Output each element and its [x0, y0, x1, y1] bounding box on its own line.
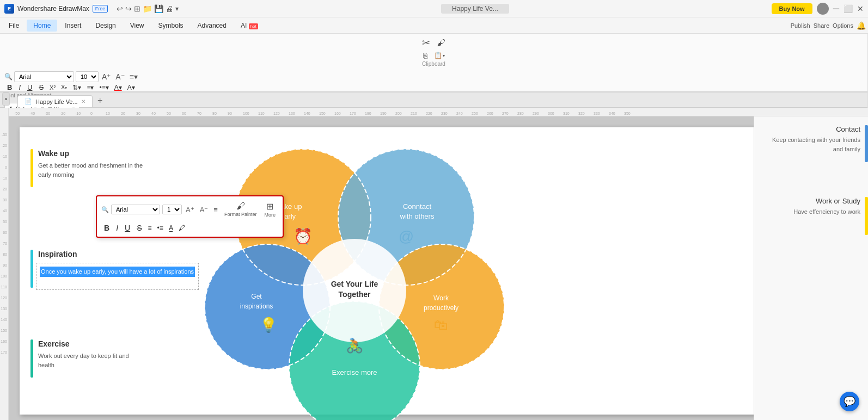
menu-view[interactable]: View	[124, 20, 151, 32]
search-icon: 🔍	[4, 73, 13, 81]
menubar: File Home Insert Design View Symbols Adv…	[0, 17, 868, 34]
svg-text:Conntact: Conntact	[403, 202, 431, 211]
floating-more-btn[interactable]: ⊞ More	[261, 200, 278, 219]
font-increase-btn[interactable]: A⁺	[100, 72, 112, 82]
svg-text:Work: Work	[433, 294, 449, 302]
floating-list-btn[interactable]: ≡	[145, 223, 154, 233]
wakeup-title: Wake up	[36, 149, 145, 158]
floating-highlight-btn[interactable]: 🖍	[176, 223, 187, 233]
exercise-section: Exercise Work out every day to keep fit …	[36, 339, 145, 369]
buy-now-button[interactable]: Buy Now	[772, 3, 812, 14]
svg-text:⏰: ⏰	[294, 227, 313, 245]
clipboard-section: ✂ 🖌 ⎘ 📋▾ Clipboard	[0, 34, 868, 69]
underline-btn[interactable]: U	[25, 82, 35, 92]
floating-search-icon: 🔍	[101, 206, 109, 213]
italic-btn[interactable]: I	[16, 82, 23, 92]
share-btn[interactable]: Share	[814, 22, 829, 29]
horizontal-ruler: -50-40-30-20-100102030405060708090100110…	[9, 108, 868, 116]
menu-design[interactable]: Design	[89, 20, 122, 32]
undo-btn[interactable]: ↩	[117, 4, 123, 13]
chat-button[interactable]: 💬	[840, 392, 859, 411]
bold-btn[interactable]: B	[4, 82, 15, 92]
svg-text:Get: Get	[251, 293, 262, 300]
floating-underline-btn[interactable]: U	[122, 223, 133, 233]
sidebar-workstudy-section: Work or Study Have effenciency to work	[762, 197, 860, 217]
exercise-title: Exercise	[36, 339, 145, 348]
floating-decrease-btn[interactable]: A⁻	[198, 205, 210, 214]
maximize-btn[interactable]: ⬜	[843, 4, 853, 13]
close-btn[interactable]: ✕	[857, 4, 864, 13]
font-color-btn[interactable]: A▾	[112, 83, 124, 92]
menu-ai[interactable]: AI hot	[234, 20, 265, 32]
floating-format-painter-btn[interactable]: 🖌 Format Painter	[222, 200, 260, 219]
wakeup-section: Wake up Get a better mood and freshment …	[36, 149, 145, 179]
clipboard-label: Clipboard	[422, 61, 445, 67]
paste-btn[interactable]: 📋▾	[432, 50, 447, 61]
svg-text:💡: 💡	[260, 316, 278, 333]
options-btn[interactable]: Options	[833, 22, 853, 29]
strikethrough-btn[interactable]: S	[36, 82, 46, 92]
floating-bullet-btn[interactable]: •≡	[155, 223, 166, 233]
menu-file[interactable]: File	[2, 20, 26, 32]
svg-text:with others: with others	[400, 212, 435, 220]
bullet-btn[interactable]: •≡▾	[97, 83, 111, 92]
text-dir-btn[interactable]: ⇅▾	[70, 83, 83, 92]
sidebar-workstudy-text: Have effenciency to work	[762, 207, 860, 217]
tab-label: Happy Life Ve...	[35, 98, 78, 105]
svg-text:🚴: 🚴	[346, 337, 364, 354]
cut-btn[interactable]: ✂	[420, 36, 432, 50]
svg-text:Exercise more: Exercise more	[332, 368, 377, 376]
panel-toggle-btn[interactable]: «	[2, 92, 10, 106]
redo-btn[interactable]: ↪	[125, 4, 132, 13]
svg-text:🛍: 🛍	[434, 317, 448, 333]
superscript-btn[interactable]: X²	[47, 83, 58, 92]
menu-insert[interactable]: Insert	[58, 20, 88, 32]
minimize-btn[interactable]: ─	[833, 4, 839, 14]
sidebar-workstudy-title: Work or Study	[762, 197, 860, 205]
more-btn[interactable]: ▾	[175, 5, 179, 13]
floating-fontcolor-btn[interactable]: A̲	[167, 223, 175, 233]
floating-italic-btn[interactable]: I	[113, 223, 121, 233]
align-btn[interactable]: ≡▾	[128, 72, 139, 82]
menu-advanced[interactable]: Advanced	[191, 20, 233, 32]
highlight-btn[interactable]: A▾	[125, 83, 137, 92]
font-decrease-btn[interactable]: A⁻	[114, 72, 126, 82]
floating-strike-btn[interactable]: S	[134, 223, 144, 233]
right-sidebar: Contact Keep contacting with your friend…	[754, 116, 868, 420]
font-alignment-label: Font and Alignment	[4, 92, 863, 98]
subscript-btn[interactable]: X₂	[59, 83, 69, 92]
font-family-select[interactable]: Arial	[14, 71, 74, 82]
save-btn[interactable]: 💾	[154, 4, 163, 13]
add-tab-btn[interactable]: +	[95, 95, 106, 106]
menu-home[interactable]: Home	[27, 20, 57, 32]
floating-bold-btn[interactable]: B	[101, 223, 112, 233]
menu-symbols[interactable]: Symbols	[152, 20, 190, 32]
exercise-text: Work out every day to keep fit and healt…	[36, 351, 145, 369]
floating-size-select[interactable]: 10	[162, 205, 182, 214]
floating-font-select[interactable]: Arial	[111, 205, 160, 214]
vertical-ruler: -30 -20 -10 0 10 20 30 40 50 60 70 80 90…	[0, 108, 9, 420]
canvas-page: Wake up Get a better mood and freshment …	[20, 127, 759, 415]
titlebar: E Wondershare EdrawMax Free ↩ ↪ ⊞ 📁 💾 🖨 …	[0, 0, 868, 17]
floating-toolbar[interactable]: 🔍 Arial 10 A⁺ A⁻ ≡ 🖌 Format Painter	[96, 195, 284, 238]
notification-btn[interactable]: 🔔	[857, 21, 866, 30]
list-btn[interactable]: ≡▾	[84, 83, 96, 92]
new-btn[interactable]: ⊞	[134, 4, 140, 13]
wakeup-text: Get a better mood and freshment in the e…	[36, 161, 145, 179]
floating-align-btn[interactable]: ≡	[212, 205, 219, 214]
svg-text:Get Your Life: Get Your Life	[331, 280, 378, 288]
publish-btn[interactable]: Publish	[791, 22, 810, 29]
tab-close-icon[interactable]: ✕	[81, 98, 85, 104]
file-title: Happy Life Ve...	[441, 4, 509, 14]
floating-increase-btn[interactable]: A⁺	[184, 205, 196, 214]
copy-btn[interactable]: ⎘	[421, 50, 430, 61]
font-size-select[interactable]: 10	[76, 71, 99, 82]
free-badge: Free	[93, 5, 108, 13]
svg-text:inspirations: inspirations	[240, 302, 273, 310]
tab-happy-life[interactable]: 📄 Happy Life Ve... ✕	[17, 95, 93, 107]
format-paint-btn[interactable]: 🖌	[435, 36, 448, 50]
print-btn[interactable]: 🖨	[166, 4, 173, 13]
font-alignment-section: 🔍 Arial 10 A⁺ A⁻ ≡▾ B I U S X² X₂ ⇅▾ ≡▾ …	[0, 69, 868, 101]
sidebar-contact-title: Contact	[762, 125, 860, 133]
open-btn[interactable]: 📁	[143, 4, 152, 13]
